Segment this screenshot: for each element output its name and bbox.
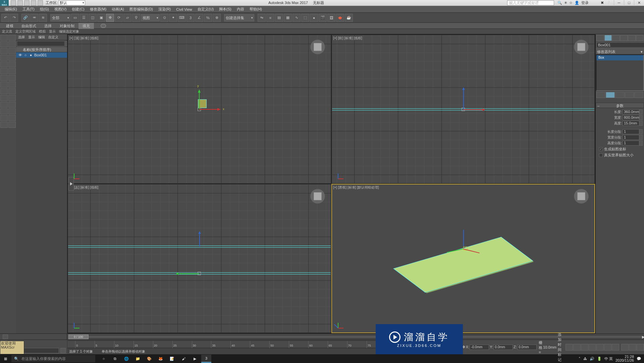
snap-toggle-icon[interactable]: 3 xyxy=(186,14,195,22)
curve-editor-icon[interactable]: ∿ xyxy=(292,14,301,22)
absolute-relative-icon[interactable]: ✥ xyxy=(462,345,465,349)
real-world-checkbox[interactable] xyxy=(599,153,603,157)
zoom-extents-icon[interactable] xyxy=(637,344,644,351)
select-and-rotate-icon[interactable]: ⟳ xyxy=(115,14,123,22)
user-icon[interactable]: 👤 xyxy=(575,1,579,5)
maximize-button[interactable]: □ xyxy=(624,0,634,6)
menu-item[interactable]: 工具(T) xyxy=(20,7,37,12)
viewport-perspective[interactable]: [+] [透视] [标准] [默认明暗处理] xyxy=(332,184,595,333)
app1-icon[interactable]: 🎨 xyxy=(144,355,154,363)
filter-misc3-icon[interactable] xyxy=(8,82,16,88)
gizmo-x-axis[interactable] xyxy=(199,109,219,110)
viewport-top[interactable]: [+] [顶] [标准] [线框] y x xyxy=(68,35,331,184)
spinner-snap-icon[interactable]: ⊕ xyxy=(213,14,221,22)
search-go-icon[interactable]: 🔍 xyxy=(557,1,562,5)
rendered-frame-icon[interactable]: 🖼 xyxy=(327,14,335,22)
viewport-label[interactable]: [+] [透视] [标准] [默认明暗处理] xyxy=(333,185,379,190)
render-setup-icon[interactable]: 🎬 xyxy=(319,14,327,22)
show-end-result-icon[interactable] xyxy=(606,92,615,98)
coord-x-input[interactable]: -0.0mm xyxy=(470,345,489,350)
ribbon-tab[interactable]: 选择 xyxy=(40,23,56,29)
unlink-icon[interactable]: ⚮ xyxy=(30,14,38,22)
edge-icon[interactable]: 🌐 xyxy=(121,355,131,363)
help-icon[interactable]: ❔ xyxy=(606,1,610,5)
use-pivot-center-icon[interactable]: ⊙ xyxy=(160,14,168,22)
filter-misc11-icon[interactable] xyxy=(8,108,16,114)
filter-shapes-icon[interactable] xyxy=(8,35,16,41)
app-logo-icon[interactable]: 3MAX xyxy=(0,0,9,6)
ribbon-panel[interactable]: 模拟 xyxy=(39,29,46,34)
filter-hidden-icon[interactable] xyxy=(8,68,16,74)
exchange-icon[interactable]: ☆ xyxy=(569,1,573,5)
width-spinner[interactable]: 800.0mm xyxy=(623,115,643,120)
stack-item-selected[interactable]: Box xyxy=(596,55,643,60)
menu-item[interactable]: 编辑(E) xyxy=(3,7,19,12)
ref-coord-combo[interactable]: 视图 xyxy=(141,14,160,21)
modifier-list-combo[interactable]: 修改器列表 xyxy=(596,48,644,54)
ribbon-tab[interactable]: 自由形式 xyxy=(17,23,40,29)
add-time-tag[interactable]: 添加时间标记 xyxy=(558,332,561,362)
filter-groups-icon[interactable] xyxy=(0,55,8,61)
ribbon-panel[interactable]: 定义空间区域 xyxy=(15,29,36,34)
height-seg-spinner[interactable]: 1 xyxy=(623,141,643,146)
prev-frame-icon[interactable] xyxy=(573,344,581,351)
render-production-icon[interactable]: 🫖 xyxy=(336,14,344,22)
qat-new-icon[interactable] xyxy=(11,0,16,6)
filter-misc7-icon[interactable] xyxy=(8,95,16,101)
spinner-arrows-icon[interactable] xyxy=(639,115,642,120)
gizmo-z-axis[interactable] xyxy=(463,89,464,109)
close-button[interactable]: ✕ xyxy=(634,0,644,6)
viewcube[interactable] xyxy=(309,38,327,56)
lock-selection-icon[interactable]: 🔒 xyxy=(457,345,462,349)
layers-icon[interactable] xyxy=(60,348,66,353)
schematic-view-icon[interactable]: ⬚ xyxy=(301,14,309,22)
motion-tab-icon[interactable] xyxy=(620,35,628,41)
key-mode-icon[interactable] xyxy=(604,344,611,351)
goto-start-icon[interactable] xyxy=(566,344,573,351)
filter-misc4-icon[interactable] xyxy=(0,88,8,94)
mirror-icon[interactable]: ⇋ xyxy=(258,14,266,22)
next-frame-icon[interactable] xyxy=(589,344,596,351)
viewcube[interactable] xyxy=(572,187,590,205)
filter-misc10-icon[interactable] xyxy=(0,108,8,114)
freeze-icon[interactable]: ○ xyxy=(23,53,28,57)
layer-explorer-icon[interactable]: ▤ xyxy=(275,14,283,22)
app3-icon[interactable]: 🖌 xyxy=(178,355,189,363)
spinner-arrows-icon[interactable] xyxy=(639,129,642,134)
time-slider-end-icon[interactable]: ▶ xyxy=(642,335,644,339)
viewport-label[interactable]: [+] [前] [标准] [线框] xyxy=(333,36,362,41)
subscription-icon[interactable]: ✳ xyxy=(564,1,567,5)
filter-misc8-icon[interactable] xyxy=(0,102,8,108)
explorer-search-input[interactable] xyxy=(17,41,65,46)
filter-misc15-icon[interactable] xyxy=(8,122,16,128)
select-manipulate-icon[interactable]: ✦ xyxy=(169,14,177,22)
app4-icon[interactable]: ▶ xyxy=(190,355,200,363)
filter-bone-icon[interactable] xyxy=(0,61,8,67)
length-spinner[interactable]: 360.0mm xyxy=(623,109,643,114)
spinner-arrows-icon[interactable] xyxy=(639,135,642,140)
viewcube[interactable] xyxy=(309,187,327,205)
menu-item[interactable]: 创建(C) xyxy=(70,7,86,12)
ribbon-panel[interactable]: 定义流 xyxy=(2,29,12,34)
time-slider-thumb[interactable]: 0 / 100 xyxy=(68,334,89,339)
select-and-move-icon[interactable]: ✥ xyxy=(106,14,114,22)
make-unique-icon[interactable] xyxy=(615,92,624,98)
gizmo-z-axis[interactable] xyxy=(199,233,200,247)
qat-open-icon[interactable] xyxy=(17,0,23,6)
viewport-label[interactable]: [+] [顶] [标准] [线框] xyxy=(69,36,98,41)
toggle-explorer-icon[interactable] xyxy=(3,334,8,339)
ribbon-tab[interactable]: 对象绘制 xyxy=(56,23,78,29)
filter-frozen-icon[interactable] xyxy=(0,68,8,74)
render-iterative-icon[interactable]: ☕ xyxy=(345,14,353,22)
explorer-menu[interactable]: 选择 xyxy=(18,35,25,40)
filter-misc6-icon[interactable] xyxy=(0,95,8,101)
menu-item[interactable]: 图形编辑器(D) xyxy=(127,7,155,12)
menu-item[interactable]: 脚本(S) xyxy=(217,7,233,12)
keyboard-shortcut-icon[interactable]: ⌨ xyxy=(178,14,186,22)
play-icon[interactable] xyxy=(581,344,588,351)
firefox-icon[interactable]: 🦊 xyxy=(156,355,166,363)
percent-snap-icon[interactable]: % xyxy=(204,14,212,22)
login-link[interactable]: 登录 xyxy=(581,0,589,5)
window-crossing-icon[interactable]: ▣ xyxy=(97,14,105,22)
toggle-ribbon-icon[interactable]: ▦ xyxy=(284,14,292,22)
